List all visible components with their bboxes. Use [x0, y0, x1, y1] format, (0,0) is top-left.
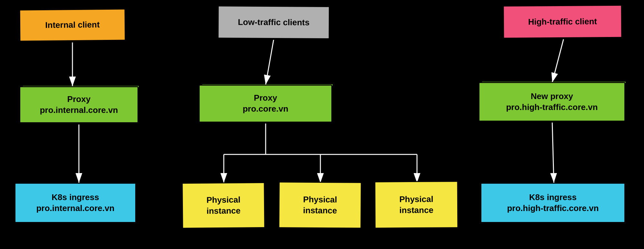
k8s-high-label: K8s ingress pro.high-traffic.core.vn	[507, 192, 599, 214]
physical-instance-2-box: Physical instance	[278, 181, 362, 229]
internal-client-label: Internal client	[45, 19, 99, 31]
k8s-high-box: K8s ingress pro.high-traffic.core.vn	[480, 183, 625, 223]
proxy-core-box: Proxy pro.core.vn	[199, 85, 332, 123]
svg-line-3	[266, 39, 274, 85]
proxy-high-label: New proxy pro.high-traffic.core.vn	[506, 91, 598, 113]
proxy-internal-box: Proxy pro.internal.core.vn	[19, 86, 138, 123]
high-traffic-box: High-traffic client	[503, 5, 622, 39]
physical-instance-1-label: Physical instance	[206, 194, 241, 217]
low-traffic-box: Low-traffic clients	[218, 5, 330, 39]
internal-client-box: Internal client	[19, 9, 126, 42]
architecture-diagram: Internal client Low-traffic clients High…	[0, 0, 644, 249]
physical-instance-3-box: Physical instance	[374, 181, 459, 228]
svg-line-11	[552, 122, 554, 183]
k8s-internal-box: K8s ingress pro.internal.core.vn	[14, 183, 136, 223]
high-traffic-label: High-traffic client	[528, 16, 597, 27]
proxy-core-label: Proxy pro.core.vn	[243, 93, 289, 115]
k8s-internal-label: K8s ingress pro.internal.core.vn	[36, 192, 115, 214]
svg-line-4	[552, 39, 564, 82]
physical-instance-2-label: Physical instance	[303, 194, 337, 216]
proxy-internal-label: Proxy pro.internal.core.vn	[40, 94, 118, 116]
proxy-high-box: New proxy pro.high-traffic.core.vn	[478, 82, 625, 122]
physical-instance-1-box: Physical instance	[182, 182, 265, 229]
physical-instance-3-label: Physical instance	[399, 194, 433, 216]
low-traffic-label: Low-traffic clients	[238, 17, 310, 28]
